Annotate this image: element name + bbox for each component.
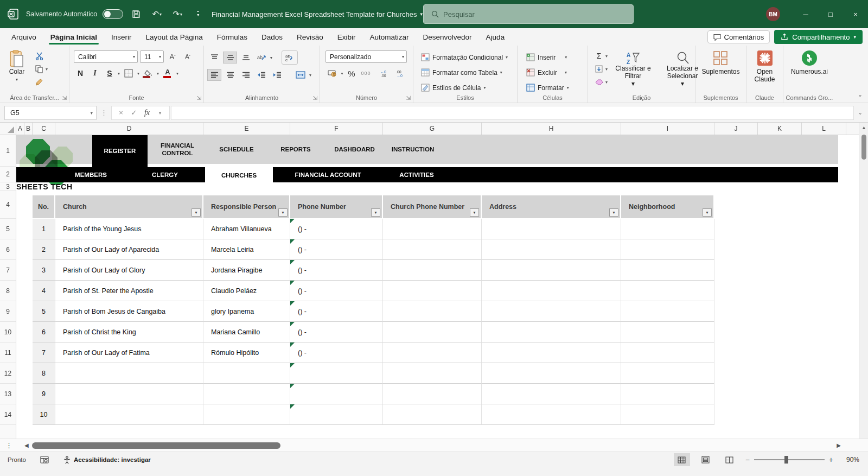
cell[interactable]: Abraham Villanueva [203, 219, 290, 239]
paste-button[interactable]: Colar ▾ [5, 48, 28, 84]
italic-button[interactable]: I [88, 67, 101, 79]
filter-button[interactable]: ▼ [192, 208, 201, 217]
align-right-button[interactable] [239, 69, 253, 81]
column-header-D[interactable]: D [55, 123, 203, 135]
cell[interactable] [621, 260, 714, 281]
cell[interactable] [203, 363, 290, 384]
open-claude-button[interactable]: Open Claude [749, 48, 781, 86]
borders-button[interactable] [122, 67, 136, 79]
cell[interactable]: 7 [33, 342, 55, 363]
sheet-nav-activities[interactable]: ACTIVITIES [383, 167, 450, 182]
row-header-9[interactable]: 9 [0, 301, 16, 322]
avatar[interactable]: BM [766, 7, 780, 21]
cell[interactable] [482, 363, 621, 384]
vertical-scroll-thumb[interactable] [861, 135, 866, 160]
cell[interactable] [290, 384, 383, 404]
format-as-table-button[interactable]: Formatar como Tabela▾ [419, 66, 517, 79]
column-header-H[interactable]: H [482, 123, 621, 135]
select-all-button[interactable] [0, 123, 16, 135]
cell[interactable] [383, 239, 482, 260]
borders-dropdown-icon[interactable]: ▾ [137, 71, 139, 76]
cell[interactable] [55, 404, 203, 425]
cell[interactable] [482, 219, 621, 239]
maximize-button[interactable]: □ [818, 0, 843, 28]
cell[interactable] [621, 322, 714, 342]
cell[interactable] [621, 342, 714, 363]
cell[interactable] [383, 281, 482, 301]
cell[interactable]: () - [290, 260, 383, 281]
row-header-13[interactable]: 13 [0, 384, 16, 404]
expand-formula-bar-icon[interactable]: ⌄ [858, 110, 863, 116]
cell[interactable]: 3 [33, 260, 55, 281]
menu-tab-página-inicial[interactable]: Página Inicial [43, 28, 104, 46]
font-dialog-launcher[interactable]: ⇲ [197, 95, 201, 101]
underline-dropdown-icon[interactable]: ▾ [118, 71, 120, 76]
cell[interactable]: 9 [33, 384, 55, 404]
cell[interactable] [621, 281, 714, 301]
cell[interactable] [383, 219, 482, 239]
enter-button[interactable]: ✓ [128, 109, 140, 117]
sort-filter-button[interactable]: AZ Classificar e Filtrar ▾ [611, 50, 655, 88]
percent-button[interactable]: % [346, 67, 358, 79]
cell[interactable]: () - [290, 342, 383, 363]
zoom-out-icon[interactable]: − [745, 455, 750, 464]
column-header-F[interactable]: F [290, 123, 383, 135]
search-box[interactable]: Pesquisar [423, 4, 634, 24]
sheet-tabs-handle[interactable]: ⋮ [5, 441, 12, 449]
column-header-A[interactable]: A [16, 123, 24, 135]
excel-app-icon[interactable] [7, 7, 21, 21]
number-format-select[interactable]: Personalizado▾ [326, 50, 407, 63]
row-header-4[interactable]: 4 [0, 191, 16, 219]
cancel-button[interactable]: × [115, 109, 127, 117]
menu-tab-desenvolvedor[interactable]: Desenvolvedor [416, 28, 479, 46]
bold-button[interactable]: N [74, 67, 87, 79]
formula-bar-handle[interactable]: ⋮ [100, 109, 107, 117]
menu-tab-fórmulas[interactable]: Fórmulas [210, 28, 254, 46]
cell[interactable] [621, 301, 714, 322]
page-layout-view-button[interactable] [698, 453, 714, 466]
zoom-in-icon[interactable]: + [829, 455, 833, 464]
filter-button[interactable]: ▼ [371, 208, 380, 217]
cell[interactable] [482, 239, 621, 260]
cell[interactable] [482, 404, 621, 425]
zoom-thumb[interactable] [784, 456, 788, 464]
currency-button[interactable]: $ [326, 67, 339, 79]
addins-button[interactable]: Suplementos [698, 48, 743, 78]
format-painter-button[interactable] [33, 76, 46, 88]
table-header-phone-number[interactable]: Phone Number▼ [290, 195, 383, 218]
clear-button[interactable] [592, 76, 605, 88]
cell[interactable]: Claudio Peláez [203, 281, 290, 301]
alignment-dialog-launcher[interactable]: ⇲ [313, 95, 317, 101]
autosave-toggle[interactable] [103, 9, 123, 19]
comments-button[interactable]: Comentários [707, 30, 770, 43]
sheet-nav-dashboard[interactable]: DASHBOARD [326, 135, 384, 164]
font-color-button[interactable]: A [161, 67, 175, 79]
table-header-church[interactable]: Church▼ [55, 195, 203, 218]
close-button[interactable]: × [843, 0, 868, 28]
horizontal-scroll-thumb[interactable] [32, 442, 280, 449]
cell[interactable]: 2 [33, 239, 55, 260]
align-left-button[interactable] [207, 69, 221, 81]
cell[interactable] [203, 404, 290, 425]
name-box[interactable]: G5 ▾ [4, 106, 97, 120]
underline-button[interactable]: S [103, 67, 116, 79]
increase-indent-button[interactable] [270, 69, 284, 81]
decrease-indent-button[interactable] [254, 69, 269, 81]
number-dialog-launcher[interactable]: ⇲ [406, 95, 411, 101]
autosum-dropdown-icon[interactable]: ▾ [605, 54, 608, 59]
cell[interactable] [482, 281, 621, 301]
accessibility-status[interactable]: Acessibilidade: investigar [63, 456, 151, 464]
column-header-J[interactable]: J [714, 123, 758, 135]
autosum-button[interactable]: Σ [592, 50, 605, 62]
insert-function-button[interactable]: fx [141, 109, 153, 117]
menu-tab-layout-da-página[interactable]: Layout da Página [139, 28, 210, 46]
menu-tab-dados[interactable]: Dados [254, 28, 290, 46]
cell[interactable] [203, 384, 290, 404]
row-header-1[interactable]: 1 [0, 135, 16, 167]
clipboard-dialog-launcher[interactable]: ⇲ [62, 95, 67, 101]
vertical-scrollbar[interactable]: ▲ [859, 123, 868, 439]
fill-color-dropdown-icon[interactable]: ▾ [157, 71, 159, 76]
column-header-E[interactable]: E [203, 123, 290, 135]
wrap-text-button[interactable]: abc [282, 50, 298, 65]
font-color-dropdown-icon[interactable]: ▾ [176, 71, 178, 76]
